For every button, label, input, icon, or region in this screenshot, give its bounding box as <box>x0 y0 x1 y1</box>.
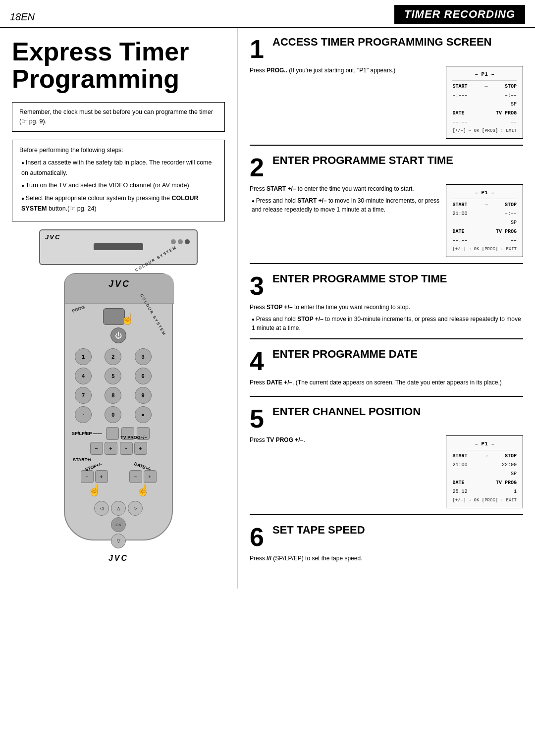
screen-row-date-tv-vals: ––.–– –– <box>452 118 517 126</box>
screen-bottom: [+/–] → OK [PROG] : EXIT <box>452 497 517 504</box>
info-text: Remember, the clock must be set before y… <box>19 108 213 125</box>
num-6[interactable]: 6 <box>135 368 152 384</box>
step-3-header: 3 ENTER PROGRAMME STOP TIME <box>250 273 523 299</box>
right-column: 1 ACCESS TIMER PROGRAMMING SCREEN Press … <box>238 28 535 589</box>
prerequisites-box: Before performing the following steps: I… <box>12 140 225 222</box>
num-7[interactable]: 7 <box>75 387 92 404</box>
num-9[interactable]: 9 <box>135 387 152 404</box>
screen-date-val: ––.–– <box>452 118 467 126</box>
sp-btn[interactable] <box>106 427 119 440</box>
start-label-row: START+/– <box>73 457 164 462</box>
step-4-text: Press DATE +/–. (The current date appear… <box>250 378 523 390</box>
list-item: Select the appropriate colour system by … <box>21 193 217 215</box>
screen-row-date-tv: DATE TV PROG <box>452 109 517 117</box>
screen-row-vals: –:––– –:–– <box>452 92 517 99</box>
screen-tvprog-val: –– <box>511 118 517 126</box>
num-5[interactable]: 5 <box>105 368 121 384</box>
screen-stop-label: STOP <box>505 452 517 460</box>
info-box: Remember, the clock must be set before y… <box>12 102 225 132</box>
num-stop[interactable]: ■ <box>135 406 152 423</box>
stop-plus[interactable]: + <box>95 470 108 483</box>
list-item: Press and hold START +/– to move in 30-m… <box>252 196 440 214</box>
tvprog-minus[interactable]: – <box>120 442 133 455</box>
step-3-content: Press STOP +/– to enter the time you wan… <box>250 303 523 332</box>
screen-row-start-stop: START → STOP <box>452 83 517 90</box>
step-6-title: SET TAPE SPEED <box>272 524 365 536</box>
screen-title: – P1 – <box>452 440 517 450</box>
left-column: Express Timer Programming Remember, the … <box>0 28 238 589</box>
vcr-button <box>185 239 190 244</box>
screen-date-label: DATE <box>452 479 464 486</box>
num-8[interactable]: 8 <box>105 387 121 404</box>
screen-start-val: 21:00 <box>452 461 467 469</box>
step-5-content: Press TV PROG +/–. – P1 – START → STOP 2… <box>250 435 523 508</box>
step-3-body: Press STOP +/– to enter the time you wan… <box>250 303 523 312</box>
vcr-button <box>171 239 176 244</box>
plusminus-row: – + TV PROG+/– – + <box>73 442 164 455</box>
nav-up[interactable]: △ <box>111 501 126 516</box>
date-hand-icon: ☝ <box>136 484 150 497</box>
dpad-vertical: △ OK ▽ <box>111 501 126 548</box>
step-2-screen: – P1 – START → STOP 21:00 –:–– SP DATE <box>446 184 523 257</box>
start-plus[interactable]: + <box>105 442 117 455</box>
step-4-section: 4 ENTER PROGRAMME DATE Press DATE +/–. (… <box>250 348 523 397</box>
step-1-section: 1 ACCESS TIMER PROGRAMMING SCREEN Press … <box>250 36 523 146</box>
step-5-title: ENTER CHANNEL POSITION <box>272 406 421 418</box>
step-1-header: 1 ACCESS TIMER PROGRAMMING SCREEN <box>250 36 523 62</box>
num-dot[interactable]: · <box>75 406 92 423</box>
step-4-content: Press DATE +/–. (The current date appear… <box>250 378 523 390</box>
screen-row-date-tv-vals: 25.12 1 <box>452 488 517 495</box>
step-2-content: Press START +/– to enter the time you wa… <box>250 184 523 257</box>
num-3[interactable]: 3 <box>135 348 152 365</box>
num-1[interactable]: 1 <box>75 348 92 365</box>
screen-title: – P1 – <box>452 70 517 81</box>
screen-tvprog-label: TV PROG <box>496 109 517 117</box>
step-2-header: 2 ENTER PROGRAMME START TIME <box>250 155 523 180</box>
start-controls: – + <box>90 442 117 455</box>
list-item: Insert a cassette with the safety tab in… <box>21 158 217 179</box>
vcr-tape-slot <box>94 243 143 250</box>
step-5-text: Press TV PROG +/–. <box>250 435 440 508</box>
stop-date-area: STOP+/– – + ☝ DATE+/– – + <box>65 464 172 497</box>
step-6-text: Press /// (SP/LP/EP) to set the tape spe… <box>250 554 523 566</box>
vcr-brand: JVC <box>45 233 60 241</box>
screen-tvprog-label: TV PROG <box>496 228 517 235</box>
nav-right[interactable]: ▷ <box>128 501 143 516</box>
step-2-bullets: Press and hold START +/– to move in 30-m… <box>250 196 440 214</box>
screen-arrow: → <box>484 83 487 90</box>
step-5-screen: – P1 – START → STOP 21:00 22:00 SP DATE <box>446 435 523 508</box>
stop-minus[interactable]: – <box>81 470 94 483</box>
hand-icon: ☝ <box>121 313 134 325</box>
vcr-button <box>178 239 183 244</box>
screen-stop-label: STOP <box>505 201 517 209</box>
num-4[interactable]: 4 <box>75 368 92 384</box>
power-button[interactable]: ⏻ <box>110 327 126 343</box>
nav-ok[interactable]: OK <box>111 517 126 532</box>
num-2[interactable]: 2 <box>105 348 121 365</box>
stop-buttons: – + <box>81 470 108 483</box>
num-0[interactable]: 0 <box>105 406 121 423</box>
tvprog-plus[interactable]: + <box>134 442 147 455</box>
prog-label: PROG <box>71 305 85 314</box>
step-2-section: 2 ENTER PROGRAMME START TIME Press START… <box>250 155 523 264</box>
screen-row-date-tv: DATE TV PROG <box>452 479 517 486</box>
date-plus[interactable]: + <box>144 470 157 483</box>
screen-sp: SP <box>452 101 517 108</box>
date-minus[interactable]: – <box>129 470 142 483</box>
screen-start-val: 21:00 <box>452 210 467 217</box>
start-label: START+/– <box>73 457 94 462</box>
steps-title: Before performing the following steps: <box>19 145 217 156</box>
screen-tvprog-val: –– <box>511 237 517 244</box>
screen-bottom: [+/–] → OK [PROG] : EXIT <box>452 128 517 135</box>
screen-tvprog-val: 1 <box>514 488 517 495</box>
nav-down[interactable]: ▽ <box>111 534 126 548</box>
nav-left[interactable]: ◁ <box>94 501 109 516</box>
screen-row-date-tv-vals: ––.–– –– <box>452 237 517 244</box>
screen-row-vals: 21:00 –:–– <box>452 210 517 217</box>
screen-sp: SP <box>452 219 517 226</box>
screen-stop-val: 22:00 <box>502 461 517 469</box>
screen-start-val: –:––– <box>452 92 467 99</box>
start-minus[interactable]: – <box>90 442 103 455</box>
steps-list: Insert a cassette with the safety tab in… <box>19 158 217 214</box>
screen-row-date-tv: DATE TV PROG <box>452 228 517 235</box>
